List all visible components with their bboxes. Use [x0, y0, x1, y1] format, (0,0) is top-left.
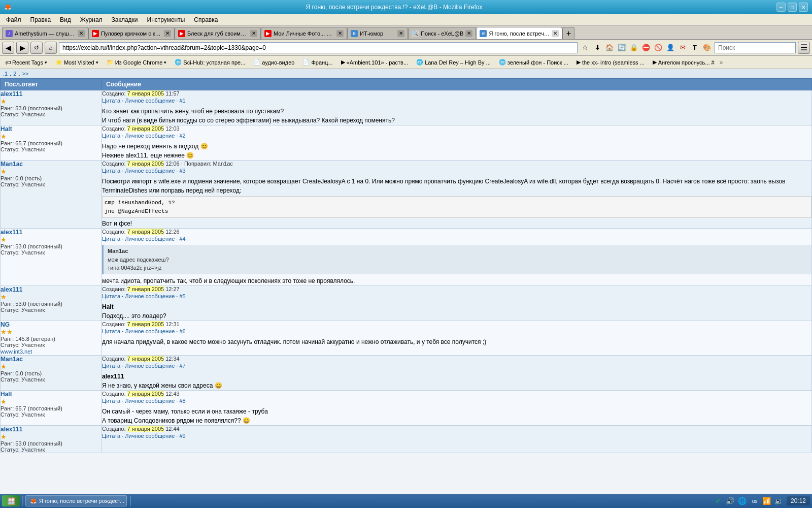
- download-icon[interactable]: ⬇: [592, 42, 603, 53]
- menu-tools[interactable]: Инструменты: [143, 15, 189, 24]
- security-icon[interactable]: 🔒: [628, 42, 639, 53]
- sync-icon[interactable]: 🔄: [616, 42, 627, 53]
- pm-link[interactable]: Личное сообщение: [125, 98, 175, 104]
- bookmarks-overflow[interactable]: »: [720, 59, 723, 66]
- bookmark-scihub[interactable]: 🌐 Sci-Hub: устраная пре...: [172, 58, 248, 67]
- tab-close-button[interactable]: ✕: [465, 30, 472, 37]
- network-icon[interactable]: 🌐: [738, 496, 747, 505]
- tab-ityumor[interactable]: e ИТ-юмор ✕: [347, 27, 408, 39]
- msg-num-link[interactable]: #4: [179, 236, 185, 242]
- msg-num-link[interactable]: #3: [179, 168, 185, 174]
- maximize-button[interactable]: □: [788, 3, 797, 12]
- forward-button[interactable]: ▶: [16, 42, 28, 54]
- breadcrumb-next[interactable]: >>: [22, 71, 28, 77]
- cite-link[interactable]: Цитата: [102, 133, 120, 139]
- cite-link[interactable]: Цитата: [102, 328, 120, 334]
- menu-edit[interactable]: Правка: [26, 15, 55, 24]
- tab-search[interactable]: 🔍 Поиск - eXeL@B ✕: [408, 27, 476, 39]
- adblock-icon[interactable]: 🚫: [653, 42, 664, 53]
- tab-close-button[interactable]: ✕: [250, 30, 257, 37]
- breadcrumb-2[interactable]: 2: [13, 71, 16, 77]
- bookmark-most-visited[interactable]: ⭐ Most Visited ▾: [52, 58, 101, 67]
- color-icon[interactable]: 🎨: [701, 42, 713, 53]
- username-link[interactable]: NG: [1, 321, 10, 328]
- language-icon[interactable]: us: [750, 496, 759, 505]
- menu-bookmarks[interactable]: Закладки: [108, 15, 142, 24]
- cite-link[interactable]: Цитата: [102, 363, 120, 369]
- msg-num-link[interactable]: #1: [179, 98, 185, 104]
- tab-amethystium[interactable]: ♪ Amethystium — слушать... ✕: [2, 27, 88, 39]
- pm-link[interactable]: Личное сообщение: [125, 133, 175, 139]
- tab-active-forum[interactable]: e Я гоню, после встречи р... ✕: [476, 27, 562, 39]
- msg-num-link[interactable]: #7: [179, 363, 185, 369]
- username-link[interactable]: Man1ac: [1, 356, 23, 363]
- username-link[interactable]: alex111: [1, 286, 22, 293]
- menu-button[interactable]: ☰: [798, 42, 810, 54]
- volume-icon[interactable]: 🔊: [726, 496, 735, 505]
- breadcrumb-1[interactable]: .1: [3, 71, 8, 77]
- pm-link[interactable]: Личное сообщение: [125, 433, 175, 439]
- username-link[interactable]: alex111: [1, 426, 22, 433]
- back-button[interactable]: ◀: [2, 42, 14, 54]
- bookmark-franc[interactable]: 📄 Франц...: [299, 58, 335, 67]
- close-button[interactable]: ✕: [799, 3, 808, 12]
- pm-link[interactable]: Личное сообщение: [125, 398, 175, 404]
- minimize-button[interactable]: ─: [776, 3, 786, 12]
- tab-close-button[interactable]: ✕: [552, 30, 559, 37]
- cite-link[interactable]: Цитата: [102, 398, 120, 404]
- msg-num-link[interactable]: #9: [179, 433, 185, 439]
- bookmark-angel[interactable]: ▶ Ангелом проснусь... #: [650, 58, 718, 67]
- username-link[interactable]: Halt: [1, 125, 12, 133]
- text-icon[interactable]: T: [689, 42, 700, 53]
- tab-close-button[interactable]: ✕: [78, 30, 85, 37]
- reload-button[interactable]: ↺: [30, 42, 43, 54]
- menu-help[interactable]: Справка: [190, 15, 222, 24]
- noscript-icon[interactable]: ⛔: [640, 42, 652, 53]
- bookmark-green[interactable]: 🌐 зеленый фон - Поиск ...: [496, 58, 571, 67]
- user-icon[interactable]: 👤: [665, 42, 676, 53]
- username-link[interactable]: alex111: [1, 229, 22, 236]
- home-icon2[interactable]: 🏠: [604, 42, 615, 53]
- bookmark-lana[interactable]: 🌐 Lana Del Rey – High By ...: [413, 58, 494, 67]
- wifi-icon[interactable]: 📶: [762, 496, 771, 505]
- username-link[interactable]: alex111: [1, 90, 22, 98]
- cite-link[interactable]: Цитата: [102, 236, 120, 242]
- tab-close-button[interactable]: ✕: [336, 30, 344, 37]
- bookmark-google-chrome[interactable]: 📁 Из Google Chrome ▾: [104, 58, 170, 67]
- menu-journal[interactable]: Журнал: [76, 15, 107, 24]
- tab-puloer[interactable]: ▶ Пуловер крючком с кру... ✕: [88, 27, 175, 39]
- address-input[interactable]: [59, 42, 578, 53]
- bookmark-ambient[interactable]: ▶ «Ambient.101» - раств...: [338, 58, 412, 67]
- username-link[interactable]: Man1ac: [1, 161, 23, 168]
- bookmark-thexx[interactable]: ▶ the xx- intro (seamless ...: [573, 58, 648, 67]
- tab-close-button[interactable]: ✕: [397, 30, 404, 37]
- tab-close-button[interactable]: ✕: [164, 30, 171, 37]
- pm-link[interactable]: Личное сообщение: [125, 293, 175, 299]
- msg-num-link[interactable]: #2: [179, 133, 185, 139]
- msg-num-link[interactable]: #6: [179, 328, 185, 334]
- mail-icon[interactable]: ✉: [677, 42, 688, 53]
- cite-link[interactable]: Цитата: [102, 98, 120, 104]
- pm-link[interactable]: Личное сообщение: [125, 168, 175, 174]
- new-tab-button[interactable]: +: [562, 27, 574, 39]
- bookmark-star-icon[interactable]: ☆: [580, 42, 591, 53]
- search-input[interactable]: [715, 42, 796, 53]
- speaker-icon[interactable]: 🔉: [774, 496, 784, 505]
- cite-link[interactable]: Цитата: [102, 168, 120, 174]
- cite-link[interactable]: Цитата: [102, 433, 120, 439]
- username-link[interactable]: Halt: [1, 391, 12, 398]
- msg-num-link[interactable]: #5: [179, 293, 185, 299]
- taskbar-explorer-button[interactable]: 🦊 Я гоню, после встречи рождест...: [25, 495, 127, 506]
- tab-photos[interactable]: ▶ Мои Личные Фото... 2:D ✕: [261, 27, 347, 39]
- cite-link[interactable]: Цитата: [102, 293, 120, 299]
- user-website-link[interactable]: www.int3.net: [1, 348, 32, 355]
- tab-blesk[interactable]: ▶ Блеск для губ своими р... ✕: [175, 27, 261, 39]
- home-button[interactable]: ⌂: [45, 42, 57, 54]
- menu-file[interactable]: Файл: [2, 15, 25, 24]
- menu-view[interactable]: Вид: [56, 15, 75, 24]
- pm-link[interactable]: Личное сообщение: [125, 236, 175, 242]
- pm-link[interactable]: Личное сообщение: [125, 363, 175, 369]
- bookmark-audio[interactable]: 📄 аудио-видео: [250, 58, 297, 67]
- bookmark-recent-tags[interactable]: 🏷 Recent Tags ▾: [2, 58, 50, 67]
- pm-link[interactable]: Личное сообщение: [125, 328, 175, 334]
